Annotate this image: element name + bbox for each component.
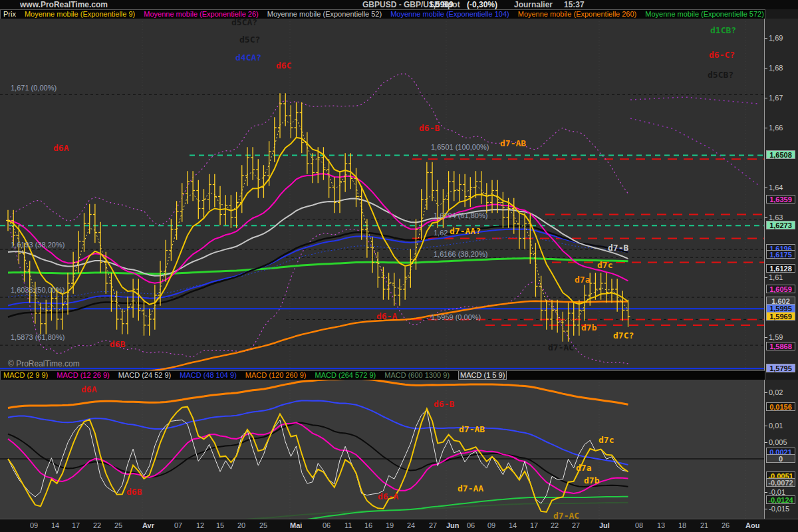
x-axis-day-label: 06 bbox=[467, 521, 475, 529]
elliott-wave-label: d7c bbox=[598, 435, 614, 445]
macd-legend-item-4[interactable]: MACD (120 260 9) bbox=[245, 371, 307, 379]
fibonacci-level-label: 1,6193 (38,20%) bbox=[11, 241, 65, 249]
elliott-wave-label: d7-AA? bbox=[450, 226, 481, 236]
price-legend-item-4[interactable]: Moyenne mobile (Exponentielle 104) bbox=[390, 10, 509, 18]
x-axis-day-label: 19 bbox=[386, 521, 394, 529]
time-axis[interactable]: 0914172225Avr0712152025Mai061116192427Ju… bbox=[0, 519, 798, 532]
x-axis-day-label: 13 bbox=[657, 521, 665, 529]
price-chart-panel[interactable]: © ProRealTime.com 1,671 (0,00%)1,6501 (1… bbox=[0, 19, 765, 370]
x-axis-day-label: 06 bbox=[323, 521, 331, 529]
x-axis-day-label: 11 bbox=[344, 521, 352, 529]
macd-panel[interactable]: d6Ad6-Bd7-ABd7cd7ad7bd6Bd7-AAd6-Ad7-AC bbox=[0, 380, 765, 519]
x-axis-day-label: 12 bbox=[196, 521, 204, 529]
macd-legend-item-2[interactable]: MACD (24 52 9) bbox=[118, 371, 171, 379]
x-axis-day-label: 09 bbox=[30, 521, 38, 529]
axis-tick: 1,66 bbox=[769, 124, 783, 132]
axis-tick: 1,64 bbox=[769, 184, 783, 192]
axis-value-box: 1,5795 bbox=[766, 364, 795, 372]
elliott-wave-label: d6C bbox=[276, 61, 291, 70]
axis-tick: 0,01 bbox=[769, 422, 783, 430]
axis-tick: 1,69 bbox=[769, 34, 783, 42]
x-axis-day-label: 21 bbox=[700, 521, 708, 529]
x-axis-day-label: 07 bbox=[174, 521, 182, 529]
x-axis-day-label: 25 bbox=[114, 521, 122, 529]
elliott-wave-label: d6B bbox=[126, 487, 142, 497]
x-axis-day-label: 25 bbox=[259, 521, 267, 529]
x-axis-day-label: 09 bbox=[487, 521, 495, 529]
fibonacci-level-label: 1,62 bbox=[434, 229, 448, 237]
fibonacci-level-label: 1,671 (0,00%) bbox=[11, 84, 57, 92]
fibonacci-level-label: 1,6033 (50,00%) bbox=[11, 286, 65, 294]
x-axis-day-label: 27 bbox=[572, 521, 580, 529]
elliott-wave-label: d7-AB bbox=[500, 138, 526, 148]
axis-value-box: 0 bbox=[766, 454, 795, 463]
title-bar: www.ProRealTime.com GBPUSD - GBP/USD Spo… bbox=[0, 0, 798, 9]
timeframe-label[interactable]: Journalier bbox=[514, 0, 553, 9]
x-axis-month-label: Mai bbox=[290, 521, 302, 529]
last-price: 1,5969 bbox=[429, 0, 454, 9]
macd-axis[interactable]: 0,020,010,005-0,01-0,0150,01560,00210-0,… bbox=[764, 380, 798, 519]
axis-tick: 1,67 bbox=[769, 94, 783, 102]
site-link[interactable]: www.ProRealTime.com bbox=[20, 0, 108, 9]
macd-legend-item-1[interactable]: MACD (12 26 9) bbox=[57, 371, 109, 379]
macd-legend-item-0[interactable]: MACD (2 9 9) bbox=[3, 371, 48, 379]
price-legend-item-3[interactable]: Moyenne mobile (Exponentielle 52) bbox=[267, 10, 382, 18]
x-axis-month-label: Jul bbox=[599, 521, 610, 529]
axis-value-box: 1,6059 bbox=[766, 285, 795, 293]
elliott-wave-label: d7a bbox=[575, 275, 590, 285]
elliott-wave-label: d6-A bbox=[376, 311, 397, 321]
elliott-wave-label: d7-AB bbox=[459, 424, 485, 434]
x-axis-day-label: 17 bbox=[72, 521, 80, 529]
axis-value-box: 1,6273 bbox=[766, 221, 795, 229]
macd-legend-bar: MACD (2 9 9)MACD (12 26 9)MACD (24 52 9)… bbox=[0, 370, 765, 380]
elliott-wave-label: d6A bbox=[53, 143, 68, 153]
macd-legend-item-6[interactable]: MACD (600 1300 9) bbox=[384, 371, 450, 379]
fibonacci-level-label: 1,5959 (0,00%) bbox=[431, 313, 481, 321]
elliott-wave-label: d7-AA bbox=[458, 483, 483, 493]
axis-tick: 1,61 bbox=[769, 273, 783, 281]
x-axis-day-label: 08 bbox=[635, 521, 643, 529]
elliott-wave-label: d6-C? bbox=[709, 50, 735, 60]
axis-value-box: 0,0156 bbox=[766, 402, 795, 411]
watermark: © ProRealTime.com bbox=[8, 359, 80, 368]
elliott-wave-label: d6B bbox=[110, 339, 125, 349]
macd-legend-item-3[interactable]: MACD (48 104 9) bbox=[180, 371, 237, 379]
macd-legend-item-5[interactable]: MACD (264 572 9) bbox=[315, 371, 376, 379]
x-axis-month-label: Aou bbox=[745, 521, 759, 529]
elliott-wave-label: d7b bbox=[581, 323, 597, 332]
elliott-wave-label: d5CA? bbox=[231, 17, 257, 27]
x-axis-month-label: Avr bbox=[142, 521, 154, 529]
x-axis-day-label: 14 bbox=[51, 521, 59, 529]
elliott-wave-label: d5CB? bbox=[708, 70, 733, 80]
macd-legend-item-7[interactable]: MACD (1 5 9) bbox=[458, 370, 507, 380]
elliott-wave-label: d6A bbox=[81, 384, 96, 394]
axis-value-box: -0,0124 bbox=[766, 495, 795, 504]
x-axis-day-label: 22 bbox=[551, 521, 559, 529]
clock: 15:37 bbox=[564, 0, 585, 9]
axis-value-box: 1,5868 bbox=[766, 342, 795, 350]
x-axis-day-label: 14 bbox=[509, 521, 517, 529]
price-legend-item-1[interactable]: Moyenne mobile (Exponentielle 9) bbox=[25, 10, 135, 18]
axis-value-box: 1,6128 bbox=[766, 264, 795, 273]
elliott-wave-label: d7a bbox=[576, 463, 591, 473]
x-axis-day-label: 27 bbox=[429, 521, 437, 529]
price-legend-bar: PrixMoyenne mobile (Exponentielle 9)Moye… bbox=[0, 9, 765, 19]
price-change: (-0,30%) bbox=[467, 0, 497, 9]
x-axis-day-label: 20 bbox=[237, 521, 245, 529]
price-legend-item-5[interactable]: Moyenne mobile (Exponentielle 260) bbox=[518, 10, 637, 18]
elliott-wave-label: d6-B bbox=[419, 123, 440, 133]
elliott-wave-label: d7b bbox=[584, 475, 599, 485]
elliott-wave-label: d5C? bbox=[239, 35, 260, 45]
axis-tick: 1,68 bbox=[769, 64, 783, 72]
elliott-wave-label: d4CA? bbox=[235, 53, 261, 63]
price-legend-item-6[interactable]: Moyenne mobile (Exponentielle 572) bbox=[645, 10, 764, 18]
axis-tick: -0,015 bbox=[769, 505, 789, 513]
prorealtime-window: www.ProRealTime.com GBPUSD - GBP/USD Spo… bbox=[0, 0, 798, 532]
x-axis-day-label: 22 bbox=[93, 521, 101, 529]
axis-value-box: 1,5969 bbox=[766, 312, 795, 321]
price-legend-item-0[interactable]: Prix bbox=[3, 10, 16, 18]
axis-value-box: 1,6508 bbox=[766, 150, 795, 159]
price-axis[interactable]: 1,691,681,671,661,641,631,611,591,65081,… bbox=[764, 19, 798, 370]
axis-tick: 1,59 bbox=[769, 333, 783, 341]
x-axis-day-label: 15 bbox=[216, 521, 224, 529]
